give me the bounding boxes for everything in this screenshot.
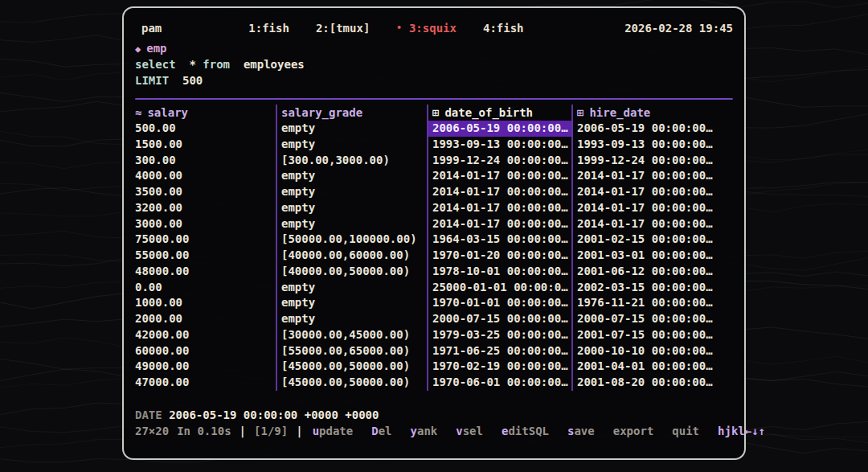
table-cell[interactable]: 1979-03-25 00:00:00…: [427, 327, 571, 343]
table-cell[interactable]: 1999-12-24 00:00:00…: [427, 153, 571, 169]
table-cell[interactable]: 3000.00: [135, 216, 276, 232]
command-update[interactable]: update: [313, 423, 354, 439]
cell-full-value: 2006-05-19 00:00:00 +0000 +0000: [169, 408, 379, 421]
table-cell[interactable]: [45000.00,50000.00): [276, 375, 427, 391]
tmux-tab-2--tmux-[interactable]: 2:[tmux]: [316, 20, 370, 36]
table-cell[interactable]: 2014-01-17 00:00:00…: [427, 184, 571, 200]
command-save[interactable]: save: [567, 423, 595, 439]
column-header-date_of_birth[interactable]: ⊞date_of_birth: [427, 105, 571, 121]
table-cell[interactable]: 2014-01-17 00:00:00…: [427, 200, 571, 216]
sql-identifier: 500: [182, 74, 203, 87]
page-indicator: [1/9]: [254, 423, 288, 439]
command-hotkey: D: [371, 425, 378, 437]
table-cell[interactable]: 1970-01-01 00:00:00…: [427, 295, 571, 311]
table-cell[interactable]: empty: [276, 280, 427, 296]
table-cell[interactable]: 2014-01-17 00:00:00…: [571, 216, 733, 232]
table-cell[interactable]: 2014-01-17 00:00:00…: [427, 216, 571, 232]
table-cell[interactable]: 2002-03-15 00:00:00…: [571, 280, 733, 296]
table-cell[interactable]: 60000.00: [135, 343, 276, 359]
tab-label: 4:fish: [483, 20, 524, 36]
table-cell[interactable]: 25000-01-01 00:00:0…: [427, 280, 571, 296]
table-cell[interactable]: 2001-02-15 00:00:00…: [571, 232, 733, 248]
table-cell[interactable]: 2001-07-15 00:00:00…: [571, 327, 733, 343]
table-cell[interactable]: empty: [276, 137, 427, 153]
table-cell[interactable]: 2001-06-12 00:00:00…: [571, 264, 733, 280]
table-cell[interactable]: [40000.00,60000.00): [276, 248, 427, 264]
table-cell[interactable]: 1976-11-21 00:00:00…: [571, 295, 733, 311]
table-cell[interactable]: 2014-01-17 00:00:00…: [571, 168, 733, 184]
table-cell[interactable]: 2000-07-15 00:00:00…: [571, 311, 733, 327]
table-cell[interactable]: 75000.00: [135, 232, 276, 248]
table-cell[interactable]: 1993-09-13 00:00:00…: [571, 137, 733, 153]
table-cell[interactable]: 2014-01-17 00:00:00…: [571, 200, 733, 216]
table-cell[interactable]: 1993-09-13 00:00:00…: [427, 137, 571, 153]
column-header-hire_date[interactable]: ⊞hire_date: [571, 105, 733, 121]
command-editSQL[interactable]: editSQL: [502, 423, 549, 439]
table-cell[interactable]: [300.00,3000.00): [276, 153, 427, 169]
table-cell[interactable]: empty: [276, 311, 427, 327]
command-label: ank: [417, 425, 437, 437]
table-cell[interactable]: 49000.00: [135, 359, 276, 375]
command-hjkl[interactable]: hjkl←↓↑: [718, 423, 765, 439]
column-header-salary_grade[interactable]: salary_grade: [276, 105, 427, 121]
table-cell[interactable]: empty: [276, 200, 427, 216]
table-cell[interactable]: 1970-02-19 00:00:00…: [427, 359, 571, 375]
tab-label: 3:squix: [409, 20, 457, 36]
table-cell[interactable]: 1964-03-15 00:00:00…: [427, 232, 571, 248]
table-cell[interactable]: 2014-01-17 00:00:00…: [571, 184, 733, 200]
table-cell[interactable]: 4000.00: [135, 168, 276, 184]
clock: 2026-02-28 19:45: [624, 20, 733, 36]
table-cell[interactable]: empty: [276, 168, 427, 184]
table-cell[interactable]: 1971-06-25 00:00:00…: [427, 343, 571, 359]
table-cell[interactable]: 2000.00: [135, 311, 276, 327]
table-cell[interactable]: [50000.00,100000.00): [276, 232, 427, 248]
command-quit[interactable]: quit: [672, 423, 699, 439]
status-bar: 27×20 In 0.10s | [1/9] | updateDelyankvs…: [135, 423, 733, 439]
table-cell[interactable]: 2006-05-19 00:00:00…: [571, 121, 733, 137]
table-cell[interactable]: [45000.00,50000.00): [276, 359, 427, 375]
table-cell[interactable]: 42000.00: [135, 327, 276, 343]
table-cell[interactable]: 3500.00: [135, 184, 276, 200]
table-cell[interactable]: empty: [276, 216, 427, 232]
table-cell[interactable]: 0.00: [135, 280, 276, 296]
table-cell[interactable]: 47000.00: [135, 375, 276, 391]
table-cell[interactable]: 55000.00: [135, 248, 276, 264]
table-cell[interactable]: empty: [276, 121, 427, 137]
table-cell[interactable]: 1970-06-01 00:00:00…: [427, 375, 571, 391]
table-cell[interactable]: empty: [276, 295, 427, 311]
table-cell[interactable]: 2001-08-20 00:00:00…: [571, 375, 733, 391]
table-cell[interactable]: 48000.00: [135, 264, 276, 280]
table-cell[interactable]: 2001-03-01 00:00:00…: [571, 248, 733, 264]
table-cell[interactable]: 2000-07-15 00:00:00…: [427, 311, 571, 327]
table-cell[interactable]: 1500.00: [135, 137, 276, 153]
command-vsel[interactable]: vsel: [456, 423, 483, 439]
session-name: pam: [141, 20, 162, 36]
command-label: ditSQL: [508, 425, 549, 437]
command-yank[interactable]: yank: [411, 423, 438, 439]
table-cell[interactable]: 300.00: [135, 153, 276, 169]
table-cell[interactable]: 2014-01-17 00:00:00…: [427, 168, 571, 184]
table-cell[interactable]: [40000.00,50000.00): [276, 264, 427, 280]
table-cell[interactable]: 1000.00: [135, 295, 276, 311]
tmux-tab-3-squix[interactable]: •3:squix: [396, 20, 457, 36]
table-cell[interactable]: empty: [276, 184, 427, 200]
table-cell[interactable]: 2000-10-10 00:00:00…: [571, 343, 733, 359]
command-Del[interactable]: Del: [371, 423, 391, 439]
tmux-tab-1-fish[interactable]: 1:fish: [248, 20, 289, 36]
table-cell[interactable]: 1970-01-20 00:00:00…: [427, 248, 571, 264]
table-cell[interactable]: 500.00: [135, 121, 276, 137]
command-export[interactable]: export: [613, 423, 654, 439]
table-cell[interactable]: [30000.00,45000.00): [276, 327, 427, 343]
selected-table-cell[interactable]: 2006-05-19 00:00:00…: [427, 121, 571, 137]
command-label: sel: [463, 425, 483, 437]
table-cell[interactable]: 1999-12-24 00:00:00…: [571, 153, 733, 169]
table-cell[interactable]: 1978-10-01 00:00:00…: [427, 264, 571, 280]
table-cell[interactable]: [55000.00,65000.00): [276, 343, 427, 359]
command-hotkey: y: [411, 425, 417, 437]
table-cell[interactable]: 2001-04-01 00:00:00…: [571, 359, 733, 375]
sql-limit-line: LIMIT 500: [135, 72, 733, 88]
sql-keyword: select: [135, 58, 176, 71]
tmux-tab-4-fish[interactable]: 4:fish: [483, 20, 524, 36]
table-cell[interactable]: 3200.00: [135, 200, 276, 216]
column-header-salary[interactable]: ≈salary: [135, 105, 276, 121]
